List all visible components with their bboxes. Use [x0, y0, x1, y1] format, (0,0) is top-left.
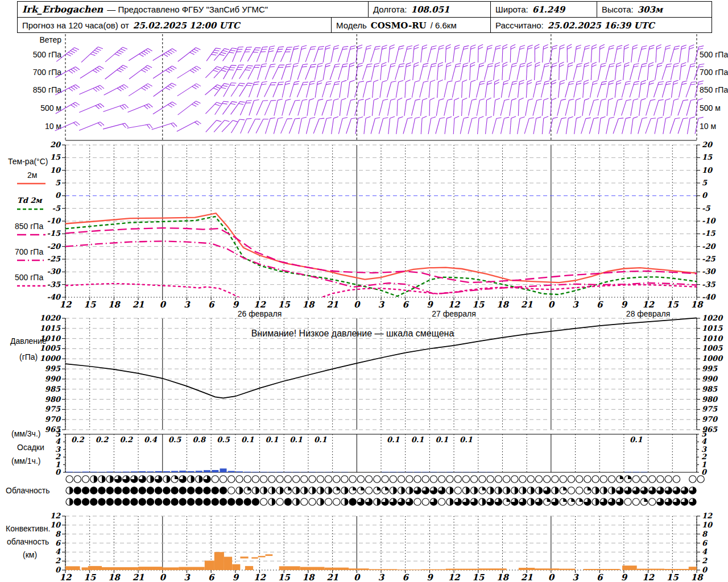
svg-text:0: 0: [160, 300, 167, 310]
svg-text:9: 9: [427, 300, 433, 310]
svg-text:1020: 1020: [40, 314, 61, 322]
svg-text:12: 12: [60, 572, 72, 582]
svg-text:0: 0: [55, 191, 61, 199]
svg-text:-10: -10: [702, 217, 716, 225]
svg-text:15: 15: [667, 300, 679, 310]
svg-text:12: 12: [254, 300, 266, 310]
svg-text:21: 21: [133, 300, 144, 310]
svg-text:-40: -40: [702, 293, 716, 301]
svg-text:2: 2: [702, 556, 708, 565]
svg-text:12: 12: [702, 512, 713, 520]
svg-text:-10: -10: [47, 217, 61, 225]
svg-text:5: 5: [55, 178, 61, 187]
svg-text:28 февраля: 28 февраля: [626, 309, 671, 318]
svg-text:15: 15: [84, 572, 96, 582]
svg-text:10: 10: [50, 521, 61, 529]
svg-text:Внимание! Низкое давление — шк: Внимание! Низкое давление — шкала смещен…: [251, 329, 454, 338]
svg-text:6: 6: [597, 300, 603, 310]
svg-text:3: 3: [572, 572, 579, 582]
svg-text:-20: -20: [702, 242, 716, 251]
svg-text:18: 18: [302, 572, 315, 582]
svg-text:3: 3: [184, 300, 191, 310]
svg-text:1020: 1020: [702, 314, 723, 322]
svg-text:9: 9: [427, 572, 433, 582]
svg-text:8: 8: [702, 530, 708, 538]
svg-text:0.5: 0.5: [168, 435, 182, 444]
svg-text:1015: 1015: [40, 324, 61, 332]
svg-text:1010: 1010: [40, 334, 61, 343]
svg-text:12: 12: [642, 572, 655, 582]
svg-text:26 февраля: 26 февраля: [238, 309, 282, 318]
svg-text:9: 9: [621, 572, 628, 582]
svg-text:0: 0: [548, 572, 555, 582]
svg-text:6: 6: [55, 539, 61, 547]
svg-text:2: 2: [55, 556, 61, 565]
cloudiness-rows: [66, 476, 704, 505]
svg-text:0.1: 0.1: [460, 435, 473, 444]
svg-text:0: 0: [701, 468, 708, 476]
svg-text:21: 21: [133, 572, 144, 582]
svg-text:1000: 1000: [40, 354, 61, 363]
svg-text:9: 9: [233, 300, 239, 310]
svg-text:0.1: 0.1: [266, 435, 279, 444]
svg-text:-30: -30: [47, 267, 61, 276]
svg-text:21: 21: [326, 300, 338, 310]
svg-text:0.8: 0.8: [192, 435, 206, 444]
svg-text:980: 980: [702, 395, 718, 404]
svg-text:0.1: 0.1: [314, 435, 327, 444]
svg-text:-35: -35: [47, 280, 61, 289]
meteogram-page: Irk_Erbogachen — Предоставлено ФГБУ "Зап…: [0, 0, 728, 582]
svg-text:3: 3: [378, 572, 385, 582]
svg-text:8: 8: [55, 530, 61, 538]
svg-text:0: 0: [702, 566, 708, 574]
svg-text:4: 4: [55, 547, 61, 556]
svg-text:1010: 1010: [702, 334, 723, 343]
svg-text:15: 15: [667, 572, 679, 582]
svg-text:-5: -5: [702, 204, 710, 213]
svg-text:10: 10: [50, 166, 61, 174]
svg-text:0.2: 0.2: [71, 435, 85, 444]
svg-text:21: 21: [521, 572, 533, 582]
svg-text:995: 995: [702, 364, 718, 373]
svg-text:-30: -30: [702, 267, 716, 276]
svg-text:18: 18: [497, 300, 509, 310]
svg-text:15: 15: [84, 300, 96, 310]
wind-barbs: [55, 44, 705, 135]
svg-text:0.1: 0.1: [289, 435, 303, 444]
svg-text:0.4: 0.4: [144, 435, 158, 444]
svg-text:0.1: 0.1: [387, 435, 400, 444]
svg-text:15: 15: [278, 300, 291, 310]
svg-text:0.2: 0.2: [119, 435, 133, 444]
svg-text:5: 5: [702, 178, 708, 187]
svg-text:18: 18: [108, 300, 121, 310]
svg-text:12: 12: [50, 512, 61, 520]
svg-text:975: 975: [702, 405, 718, 413]
svg-text:0.1: 0.1: [411, 435, 424, 444]
svg-text:6: 6: [702, 539, 708, 547]
svg-text:12: 12: [60, 300, 72, 310]
svg-text:18: 18: [497, 572, 509, 582]
svg-text:6: 6: [208, 572, 215, 582]
svg-text:18: 18: [302, 300, 315, 310]
svg-text:0.1: 0.1: [435, 435, 448, 444]
svg-text:12: 12: [448, 572, 461, 582]
svg-text:4: 4: [702, 547, 708, 556]
svg-text:18: 18: [691, 300, 704, 310]
svg-text:3: 3: [184, 572, 191, 582]
svg-text:980: 980: [45, 395, 61, 404]
svg-text:9: 9: [621, 300, 628, 310]
svg-text:20: 20: [50, 140, 61, 149]
svg-text:-25: -25: [702, 255, 715, 263]
svg-text:0.5: 0.5: [217, 435, 230, 444]
svg-text:-5: -5: [52, 204, 61, 213]
svg-text:0.2: 0.2: [96, 435, 109, 444]
svg-text:1000: 1000: [702, 354, 723, 363]
svg-text:990: 990: [702, 375, 718, 383]
svg-text:1015: 1015: [702, 324, 723, 332]
svg-text:12: 12: [448, 300, 461, 310]
svg-text:0: 0: [354, 572, 361, 582]
svg-text:0.1: 0.1: [630, 435, 643, 444]
svg-text:20: 20: [702, 140, 713, 149]
svg-text:10: 10: [702, 521, 713, 529]
svg-text:6: 6: [208, 300, 215, 310]
